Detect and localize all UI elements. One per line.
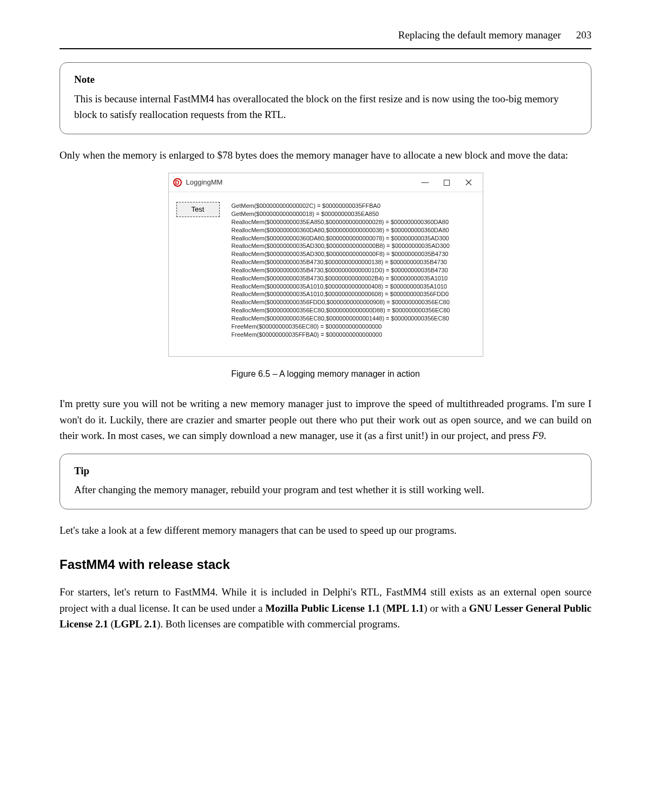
text-span: ( [380,603,386,614]
log-output: GetMem($000000000000002C) = $00000000035… [232,202,450,338]
close-button[interactable] [458,179,479,186]
text-span: ). Both licenses are compatible with com… [157,618,400,630]
text-span: . [544,430,547,441]
minimize-button[interactable]: — [415,176,436,188]
running-head: Replacing the default memory manager [398,27,561,43]
keypress: F9 [532,430,544,441]
window-title: LoggingMM [186,177,415,188]
body-paragraph-3: Let's take a look at a few different mem… [60,522,591,538]
body-paragraph-4: For starters, let's return to FastMM4. W… [60,584,591,632]
maximize-icon [444,180,450,186]
body-paragraph-1: Only when the memory is enlarged to $78 … [60,147,591,163]
note-label: Note [74,71,577,87]
tip-callout: Tip After changing the memory manager, r… [60,454,591,509]
note-body: This is because internal FastMM4 has ove… [74,91,577,123]
app-window: D LoggingMM — Test GetMem($0000000000000… [168,173,483,356]
license-name: Mozilla Public License 1.1 [265,603,380,614]
body-paragraph-2: I'm pretty sure you will not be writing … [60,396,591,443]
window-body: Test GetMem($000000000000002C) = $000000… [169,192,483,356]
text-span: I'm pretty sure you will not be writing … [60,398,591,441]
test-button[interactable]: Test [176,202,220,217]
close-icon [465,179,472,186]
text-span: ) or with a [424,603,469,614]
section-heading: FastMM4 with release stack [60,554,591,574]
page-number: 203 [576,27,592,43]
license-abbr: MPL 1.1 [386,603,424,614]
titlebar: D LoggingMM — [169,173,483,192]
note-callout: Note This is because internal FastMM4 ha… [60,62,591,134]
page-header: Replacing the default memory manager 203 [60,27,591,49]
text-span: ( [108,618,114,630]
license-abbr: LGPL 2.1 [114,618,157,630]
app-icon: D [173,178,182,187]
tip-label: Tip [74,463,577,479]
maximize-button[interactable] [436,180,458,186]
tip-body: After changing the memory manager, rebui… [74,482,577,497]
svg-rect-0 [444,180,450,185]
figure-caption: Figure 6.5 – A logging memory manager in… [60,368,591,381]
